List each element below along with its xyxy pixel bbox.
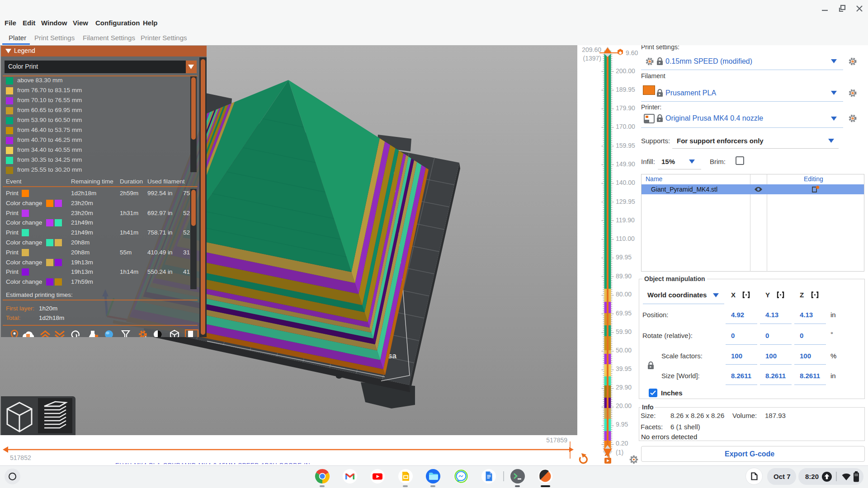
svg-text:29.90: 29.90 [616,384,632,391]
svg-text:209.60: 209.60 [582,46,601,53]
svg-text:9.60: 9.60 [626,49,638,56]
svg-text:50.00: 50.00 [616,347,632,354]
svg-text:69.95: 69.95 [616,310,632,317]
svg-text:189.95: 189.95 [616,86,635,93]
svg-text:170.00: 170.00 [616,123,635,130]
svg-text:179.90: 179.90 [616,104,635,112]
svg-text:59.90: 59.90 [616,328,632,335]
svg-text:129.95: 129.95 [616,198,635,205]
svg-text:20.00: 20.00 [616,402,632,409]
svg-text:517852: 517852 [10,454,31,461]
svg-text:140.00: 140.00 [616,179,635,186]
svg-text:119.90: 119.90 [616,216,635,224]
svg-text:80.00: 80.00 [616,291,632,298]
svg-text:110.00: 110.00 [616,235,635,242]
svg-text:517859: 517859 [546,436,567,444]
svg-text:200.00: 200.00 [616,67,635,75]
svg-text:159.95: 159.95 [616,142,635,149]
svg-text:9.95: 9.95 [616,421,628,428]
svg-text:149.90: 149.90 [616,160,635,168]
svg-text:(1): (1) [616,449,623,456]
svg-text:89.90: 89.90 [616,272,632,280]
svg-text:39.95: 39.95 [616,365,632,372]
svg-text:99.95: 99.95 [616,253,632,261]
svg-text:(1397): (1397) [583,55,601,62]
svg-text:0.20: 0.20 [616,440,628,447]
